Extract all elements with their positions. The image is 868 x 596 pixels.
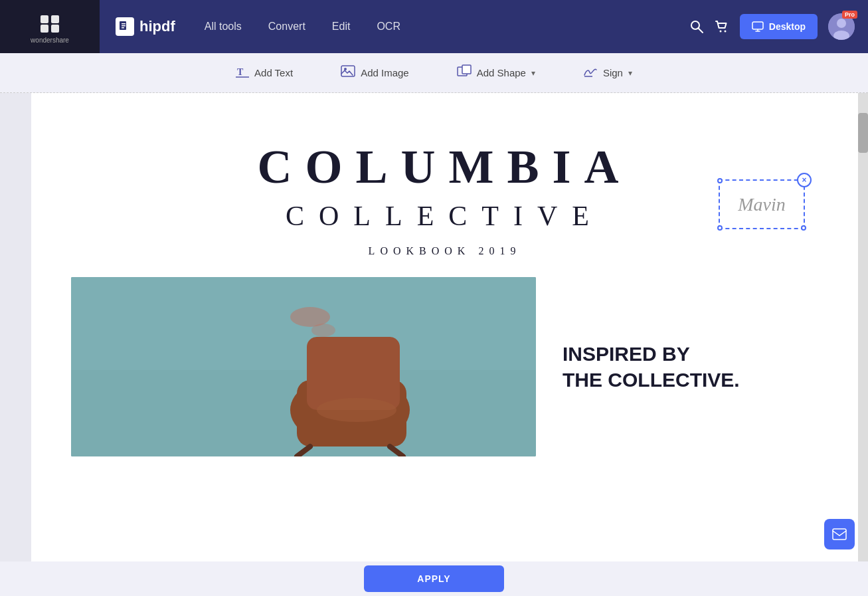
resize-handle-tl[interactable] <box>717 178 723 183</box>
photo-section: INSPIRED BY THE COLLECTIVE. <box>71 277 818 456</box>
svg-rect-5 <box>122 23 126 25</box>
cart-button[interactable] <box>715 19 729 34</box>
chair-illustration <box>71 277 536 456</box>
email-float-button[interactable] <box>824 519 855 549</box>
user-avatar-wrap[interactable]: Pro <box>828 13 855 40</box>
nav-convert[interactable]: Convert <box>268 21 305 33</box>
main-area: COLUMBIA COLLECTIVE LOOKBOOK 2019 <box>0 93 868 561</box>
inspired-heading: INSPIRED BY THE COLLECTIVE. <box>563 341 792 393</box>
wondershare-logo[interactable]: wondershare <box>0 0 100 53</box>
cart-icon <box>715 19 729 34</box>
svg-rect-3 <box>51 25 59 33</box>
add-image-label: Add Image <box>361 67 409 78</box>
scrollbar-thumb[interactable] <box>858 113 868 153</box>
pdf-title-columbia: COLUMBIA <box>71 140 818 195</box>
svg-rect-2 <box>41 25 48 33</box>
monitor-icon <box>752 21 764 33</box>
pdf-title-collective: COLLECTIVE <box>71 200 818 232</box>
sign-icon <box>583 64 598 81</box>
image-icon <box>341 64 355 81</box>
add-text-label: Add Text <box>254 67 293 78</box>
sign-label: Sign <box>603 67 623 78</box>
scrollbar[interactable] <box>858 93 868 561</box>
svg-point-34 <box>317 398 396 422</box>
top-nav: wondershare hipdf All tools Convert Edit… <box>0 0 868 53</box>
add-shape-chevron: ▾ <box>531 68 535 78</box>
svg-point-11 <box>724 31 726 33</box>
shape-icon <box>457 64 472 81</box>
hipdf-brand: hipdf <box>100 17 191 36</box>
pdf-canvas: COLUMBIA COLLECTIVE LOOKBOOK 2019 <box>31 93 858 561</box>
main-nav: All tools Convert Edit OCR <box>191 21 689 33</box>
svg-rect-1 <box>51 15 59 23</box>
apply-bar: APPLY <box>0 561 868 596</box>
hipdf-label: hipdf <box>139 18 175 35</box>
svg-rect-6 <box>122 25 126 27</box>
pdf-content: COLUMBIA COLLECTIVE LOOKBOOK 2019 <box>31 93 858 483</box>
signature-close-button[interactable]: × <box>797 173 812 187</box>
sign-chevron: ▾ <box>628 68 632 78</box>
nav-all-tools[interactable]: All tools <box>205 21 242 33</box>
add-shape-button[interactable]: Add Shape ▾ <box>449 59 543 86</box>
toolbar: T Add Text Add Image Add Shape ▾ <box>0 53 868 93</box>
hipdf-icon <box>116 17 134 36</box>
signature-text: Mavin <box>738 194 786 215</box>
desktop-label: Desktop <box>769 21 806 32</box>
sign-button[interactable]: Sign ▾ <box>575 59 640 86</box>
resize-handle-br[interactable] <box>801 225 806 231</box>
nav-edit[interactable]: Edit <box>332 21 351 33</box>
wondershare-label: wondershare <box>31 37 69 44</box>
ws-logo-icon <box>38 10 62 34</box>
svg-point-16 <box>837 19 846 28</box>
email-icon <box>832 528 847 540</box>
svg-rect-0 <box>41 15 48 23</box>
svg-rect-12 <box>752 22 763 29</box>
search-icon <box>689 19 704 34</box>
product-photo <box>71 277 536 456</box>
svg-text:T: T <box>237 67 244 77</box>
nav-ocr[interactable]: OCR <box>377 21 400 33</box>
add-text-button[interactable]: T Add Text <box>228 59 301 86</box>
pro-badge: Pro <box>842 11 857 19</box>
text-icon: T <box>236 64 249 81</box>
signature-box[interactable]: × Mavin <box>719 179 805 229</box>
svg-rect-23 <box>462 65 471 74</box>
resize-handle-bl[interactable] <box>717 225 723 231</box>
desktop-button[interactable]: Desktop <box>740 14 818 39</box>
inspired-text-section: INSPIRED BY THE COLLECTIVE. <box>536 277 818 456</box>
search-button[interactable] <box>689 19 704 34</box>
pdf-lookbook: LOOKBOOK 2019 <box>71 245 818 257</box>
svg-point-10 <box>719 31 721 33</box>
add-shape-label: Add Shape <box>477 67 526 78</box>
add-image-button[interactable]: Add Image <box>333 59 417 86</box>
svg-rect-35 <box>833 529 846 540</box>
svg-rect-7 <box>122 27 124 29</box>
nav-actions: Desktop Pro <box>689 13 868 40</box>
left-margin <box>0 93 31 561</box>
apply-button[interactable]: APPLY <box>364 565 503 592</box>
svg-line-9 <box>698 29 703 33</box>
svg-point-28 <box>311 324 335 337</box>
